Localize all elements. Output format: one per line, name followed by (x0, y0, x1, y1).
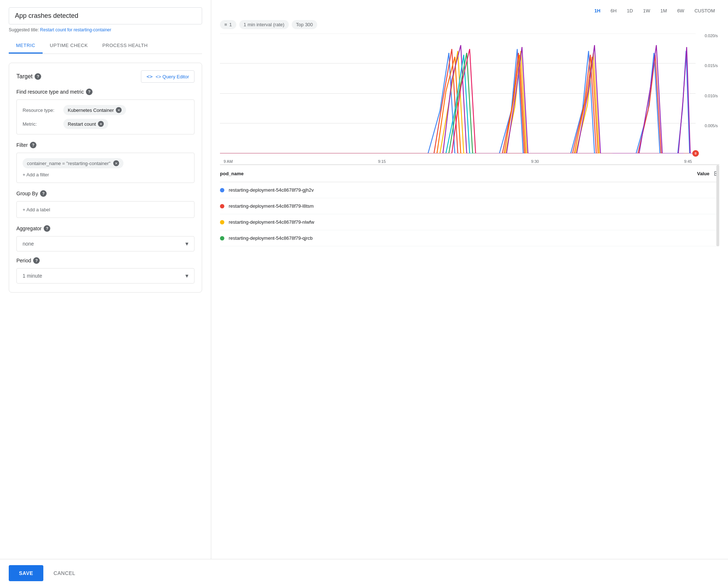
row-label-3: restarting-deployment-54c8678f79-nlwfw (229, 219, 314, 225)
row-dot-4 (220, 236, 224, 240)
save-button[interactable]: SAVE (9, 565, 43, 581)
scrollbar[interactable] (716, 165, 719, 246)
x-label-945: 9:45 (684, 159, 692, 164)
filter-title: Filter ? (16, 142, 194, 148)
x-axis: 9 AM 9:15 9:30 9:45 (220, 159, 696, 164)
suggested-title: Suggested title: Restart count for resta… (9, 27, 202, 32)
period-help-icon[interactable]: ? (33, 257, 40, 264)
interval-chip[interactable]: 1 min interval (rate) (239, 20, 289, 29)
aggregator-title: Aggregator ? (16, 225, 194, 232)
bottom-bar: SAVE CANCEL (0, 559, 728, 587)
table-row: restarting-deployment-54c8678f79-gjh2v 0 (220, 182, 719, 198)
time-6w-button[interactable]: 6W (673, 6, 689, 16)
metric-row: Metric: Restart count ✕ (23, 119, 188, 129)
alert-title-input[interactable] (9, 7, 202, 24)
aggregator-select-row: none mean sum min max ▼ (16, 236, 194, 251)
table-row: restarting-deployment-54c8678f79-l8tsm 0 (220, 198, 719, 214)
find-resource-title: Find resource type and metric ? (16, 89, 194, 95)
add-label-link[interactable]: + Add a label (23, 207, 50, 212)
add-filter-link[interactable]: + Add a filter (23, 172, 188, 177)
tabs-row: METRIC UPTIME CHECK PROCESS HEALTH (9, 38, 202, 54)
table-header: pod_name Value ⊞ (220, 165, 719, 182)
filter-box: container_name = "restarting-container" … (16, 153, 194, 183)
code-icon: <> (146, 74, 153, 79)
group-by-title: Group By ? (16, 190, 194, 197)
y-label-3: 0.015/s (705, 63, 718, 68)
group-by-box[interactable]: + Add a label (16, 201, 194, 218)
table-col-right: Value ⊞ (697, 169, 719, 177)
title-row (9, 7, 202, 24)
filter-chip: container_name = "restarting-container" … (23, 158, 123, 168)
find-resource-help-icon[interactable]: ? (86, 89, 93, 95)
aggregator-help-icon[interactable]: ? (44, 225, 50, 232)
row-label-1: restarting-deployment-54c8678f79-gjh2v (229, 187, 314, 193)
period-select-row: 1 minute 5 minutes 10 minutes 1 hour ▼ (16, 268, 194, 283)
aggregator-select[interactable]: none mean sum min max (16, 236, 194, 251)
resource-metric-box: Resource type: Kubernetes Container ✕ Me… (16, 99, 194, 134)
tab-process-health[interactable]: PROCESS HEALTH (95, 38, 155, 54)
data-table: pod_name Value ⊞ restarting-deployment-5… (220, 165, 719, 246)
target-section: Target ? <> <> Query Editor Find resourc… (9, 63, 202, 293)
y-label-4: 0.020/s (705, 34, 718, 38)
time-1w-button[interactable]: 1W (639, 6, 655, 16)
suggested-title-link[interactable]: Restart count for restarting-container (40, 27, 111, 32)
table-row: restarting-deployment-54c8678f79-nlwfw 0 (220, 214, 719, 230)
filter-help-icon[interactable]: ? (30, 142, 36, 148)
metric-close[interactable]: ✕ (98, 121, 104, 127)
row-label-2: restarting-deployment-54c8678f79-l8tsm (229, 203, 314, 209)
tab-metric[interactable]: METRIC (9, 38, 43, 54)
time-1m-button[interactable]: 1M (656, 6, 671, 16)
row-dot-1 (220, 188, 224, 192)
left-panel: Suggested title: Restart count for resta… (0, 0, 211, 559)
target-help-icon[interactable]: ? (35, 73, 41, 80)
time-6h-button[interactable]: 6H (606, 6, 621, 16)
x-label-915: 9:15 (378, 159, 386, 164)
table-row: restarting-deployment-54c8678f79-qjrcb 0 (220, 230, 719, 246)
filter-chip-container: container_name = "restarting-container" … (23, 158, 188, 172)
chart-svg (220, 34, 696, 153)
value-col-header: Value (697, 171, 709, 176)
resource-type-close[interactable]: ✕ (116, 107, 122, 113)
content-area: Suggested title: Restart count for resta… (0, 0, 728, 559)
chart-svg-area (220, 34, 696, 153)
period-select[interactable]: 1 minute 5 minutes 10 minutes 1 hour (16, 268, 194, 283)
x-label-9am: 9 AM (224, 159, 233, 164)
resource-type-chip: Kubernetes Container ✕ (63, 105, 126, 115)
time-1h-button[interactable]: 1H (590, 6, 605, 16)
chart-area: 0.020/s 0.015/s 0.010/s 0.005/s (220, 34, 719, 165)
section-header: Target ? <> <> Query Editor (16, 70, 194, 83)
query-editor-button[interactable]: <> <> Query Editor (141, 70, 194, 83)
y-label-2: 0.010/s (705, 94, 718, 98)
metric-chip: Restart count ✕ (63, 119, 108, 129)
x-label-930: 9:30 (531, 159, 539, 164)
pod-name-col-header: pod_name (220, 171, 244, 176)
y-label-1: 0.005/s (705, 124, 718, 128)
chart-controls: ≡ 1 1 min interval (rate) Top 300 (220, 20, 719, 29)
main-container: Suggested title: Restart count for resta… (0, 0, 728, 587)
filter-icon: ≡ (224, 22, 227, 27)
resource-type-row: Resource type: Kubernetes Container ✕ (23, 105, 188, 115)
filter-close[interactable]: ✕ (113, 160, 119, 166)
row-dot-3 (220, 220, 224, 224)
group-by-help-icon[interactable]: ? (40, 190, 47, 197)
time-1d-button[interactable]: 1D (622, 6, 637, 16)
row-dot-2 (220, 204, 224, 208)
section-title: Target ? (16, 73, 41, 80)
period-title: Period ? (16, 257, 194, 264)
y-axis: 0.020/s 0.015/s 0.010/s 0.005/s (697, 34, 719, 153)
tab-uptime-check[interactable]: UPTIME CHECK (43, 38, 95, 54)
row-label-4: restarting-deployment-54c8678f79-qjrcb (229, 235, 313, 241)
time-custom-button[interactable]: CUSTOM (690, 6, 719, 16)
right-panel: 1H 6H 1D 1W 1M 6W CUSTOM ≡ 1 1 min inter… (211, 0, 728, 559)
filter-count-chip[interactable]: ≡ 1 (220, 20, 236, 29)
time-controls: 1H 6H 1D 1W 1M 6W CUSTOM (220, 6, 719, 16)
cancel-button[interactable]: CANCEL (51, 565, 78, 581)
red-dot-indicator: 0 (692, 150, 699, 157)
top-chip[interactable]: Top 300 (292, 20, 317, 29)
